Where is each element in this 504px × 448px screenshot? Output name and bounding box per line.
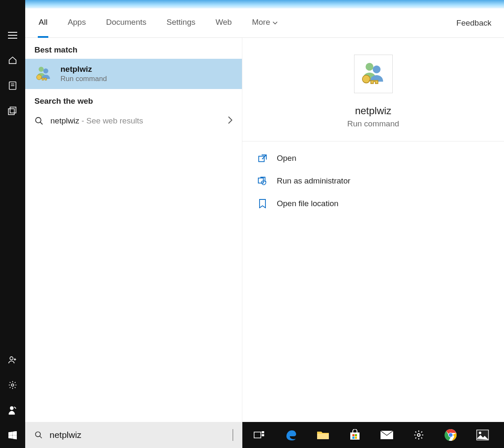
svg-rect-17 [262, 431, 264, 433]
search-box[interactable] [25, 422, 242, 448]
svg-rect-23 [352, 437, 354, 439]
feedback-link[interactable]: Feedback [457, 18, 491, 28]
tab-settings[interactable]: Settings [166, 8, 197, 38]
store-button[interactable] [345, 425, 365, 445]
tab-label: All [39, 18, 47, 27]
home-button[interactable] [0, 48, 25, 73]
svg-point-11 [373, 65, 381, 73]
svg-point-15 [36, 432, 41, 437]
chevron-down-icon [273, 18, 278, 27]
preview-column: netplwiz Run command Open Run as adminis… [242, 38, 504, 422]
menu-button[interactable] [0, 23, 25, 48]
tab-apps[interactable]: Apps [67, 8, 87, 38]
tab-documents[interactable]: Documents [105, 8, 147, 38]
action-run-admin[interactable]: Run as administrator [257, 173, 489, 189]
result-title: netplwiz [60, 65, 107, 74]
add-user-button[interactable] [0, 347, 25, 372]
windows-logo-icon [8, 431, 17, 440]
gear-icon [413, 430, 424, 440]
svg-point-4 [11, 384, 14, 386]
tab-label: Web [215, 18, 232, 27]
photos-button[interactable] [472, 425, 493, 445]
netplwiz-icon [34, 65, 53, 83]
results-column: Best match netplwiz Run command [25, 38, 242, 422]
tab-label: Settings [167, 18, 196, 27]
start-button[interactable] [0, 423, 25, 448]
svg-point-3 [10, 357, 13, 360]
shield-run-icon [257, 176, 268, 186]
svg-rect-24 [355, 437, 357, 439]
task-view-button[interactable] [249, 425, 269, 445]
bottom-bar [25, 422, 504, 448]
chevron-right-icon [228, 116, 233, 126]
start-left-rail [0, 0, 25, 448]
svg-rect-16 [254, 432, 261, 438]
chrome-icon [444, 429, 457, 441]
settings-button[interactable] [409, 425, 429, 445]
collections-button[interactable] [0, 98, 25, 123]
preview-app-icon [354, 55, 393, 93]
edge-icon [285, 429, 297, 441]
gear-icon [8, 380, 17, 390]
svg-point-12 [362, 75, 370, 83]
tab-more[interactable]: More [251, 8, 278, 38]
task-view-icon [254, 430, 265, 440]
result-subtitle: Run command [60, 75, 107, 83]
search-web-header: Search the web [25, 89, 242, 110]
tab-all[interactable]: All [38, 8, 48, 38]
file-explorer-button[interactable] [313, 425, 333, 445]
svg-rect-2 [10, 107, 16, 113]
action-label: Open [277, 154, 296, 163]
taskbar [242, 422, 504, 448]
chrome-button[interactable] [441, 425, 461, 445]
tab-web[interactable]: Web [215, 8, 233, 38]
action-open-location[interactable]: Open file location [257, 196, 489, 211]
mail-button[interactable] [377, 425, 397, 445]
action-label: Open file location [277, 199, 339, 208]
best-match-result[interactable]: netplwiz Run command [25, 59, 242, 89]
web-suffix: - See web results [79, 116, 143, 125]
svg-rect-18 [262, 434, 264, 436]
preview-title: netplwiz [355, 105, 391, 117]
action-label: Run as administrator [277, 176, 350, 186]
rail-settings-button[interactable] [0, 372, 25, 398]
mail-icon [380, 430, 394, 440]
svg-rect-22 [355, 434, 357, 436]
collections-icon [8, 107, 17, 115]
svg-point-7 [43, 68, 48, 73]
profile-button[interactable] [0, 398, 25, 423]
tab-label: More [252, 18, 270, 27]
best-match-header: Best match [25, 38, 242, 59]
search-results-panel: All Apps Documents Settings Web More Fee… [25, 8, 504, 422]
svg-point-6 [39, 67, 44, 72]
add-user-icon [8, 355, 17, 364]
svg-point-8 [37, 75, 42, 80]
preview-subtitle: Run command [347, 119, 399, 128]
svg-point-9 [36, 118, 41, 123]
preview-header: netplwiz Run command [242, 38, 504, 141]
search-icon [34, 431, 43, 439]
tab-label: Documents [106, 18, 146, 27]
preview-actions: Open Run as administrator Open file loca… [242, 141, 504, 220]
edge-button[interactable] [281, 425, 301, 445]
action-open[interactable]: Open [257, 151, 489, 166]
svg-rect-21 [352, 434, 354, 436]
home-icon [8, 56, 17, 65]
svg-point-31 [479, 432, 481, 434]
search-scope-tabs: All Apps Documents Settings Web More Fee… [25, 8, 504, 38]
recent-button[interactable] [0, 73, 25, 98]
feedback-label: Feedback [457, 18, 491, 27]
svg-point-5 [10, 406, 13, 410]
search-input[interactable] [49, 429, 233, 441]
hamburger-icon [8, 32, 17, 39]
svg-point-26 [417, 434, 420, 437]
recent-icon [8, 81, 17, 90]
web-term: netplwiz [50, 116, 79, 125]
tab-label: Apps [68, 18, 86, 27]
svg-rect-13 [259, 156, 264, 162]
web-search-result[interactable]: netplwiz - See web results [25, 110, 242, 132]
photos-icon [476, 430, 489, 440]
folder-icon [317, 430, 329, 440]
folder-location-icon [257, 199, 268, 209]
svg-rect-1 [8, 109, 14, 115]
